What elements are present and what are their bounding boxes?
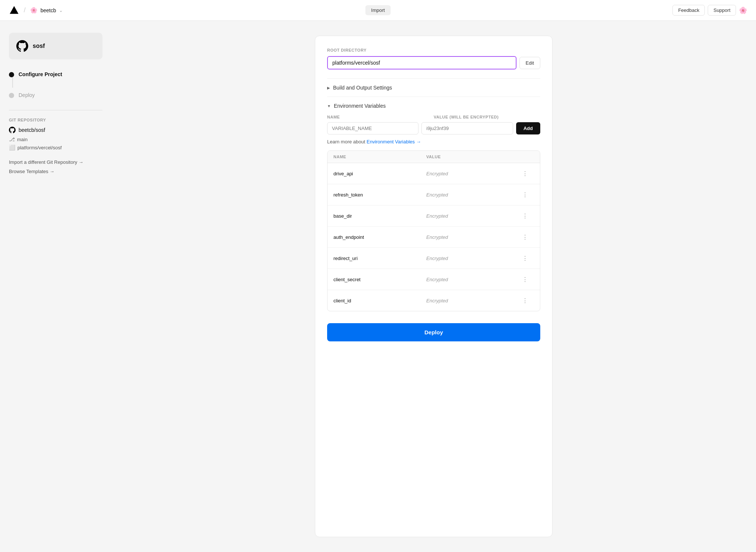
env-table-header: NAME VALUE bbox=[328, 151, 540, 163]
git-section-title: GIT REPOSITORY bbox=[9, 118, 102, 122]
env-input-headers: NAME VALUE (WILL BE ENCRYPTED) bbox=[327, 115, 540, 119]
vercel-logo-icon[interactable] bbox=[9, 5, 19, 16]
git-dir-label: platforms/vercel/sosf bbox=[17, 145, 62, 150]
project-card-name: sosf bbox=[33, 43, 45, 49]
project-card: sosf bbox=[9, 33, 102, 59]
env-value-input[interactable] bbox=[421, 122, 513, 134]
step-dot-deploy bbox=[9, 93, 14, 98]
nav-divider: / bbox=[24, 6, 26, 14]
git-repo-label: beetcb/sosf bbox=[19, 127, 45, 133]
env-name-input[interactable] bbox=[327, 122, 418, 134]
build-settings-header[interactable]: ▶ Build and Output Settings bbox=[327, 85, 540, 91]
learn-more-text: Learn more about Environment Variables → bbox=[327, 139, 540, 145]
env-vars-link[interactable]: Environment Variables → bbox=[366, 139, 421, 145]
collapse-icon: ▼ bbox=[327, 104, 331, 108]
main-layout: sosf Configure Project Deploy GIT REPOSI… bbox=[0, 21, 756, 552]
env-var-value: Encrypted bbox=[426, 298, 519, 303]
browse-templates-link[interactable]: Browse Templates → bbox=[9, 169, 102, 174]
git-dir: ⬜ platforms/vercel/sosf bbox=[9, 145, 102, 150]
env-var-name: client_id bbox=[333, 298, 426, 303]
env-vars-header[interactable]: ▼ Environment Variables bbox=[327, 103, 540, 109]
env-table-body: drive_api Encrypted ⋮ refresh_token Encr… bbox=[328, 163, 540, 311]
env-row-menu-button[interactable]: ⋮ bbox=[519, 252, 531, 264]
git-branch-label: main bbox=[17, 137, 27, 142]
edit-button[interactable]: Edit bbox=[519, 57, 540, 69]
env-vars-section: ▼ Environment Variables NAME VALUE (WILL… bbox=[327, 97, 540, 311]
env-var-value: Encrypted bbox=[426, 213, 519, 219]
config-panel: ROOT DIRECTORY Edit ▶ Build and Output S… bbox=[315, 36, 553, 537]
env-var-name: base_dir bbox=[333, 213, 426, 219]
deploy-button[interactable]: Deploy bbox=[327, 323, 540, 341]
table-row: client_secret Encrypted ⋮ bbox=[328, 269, 540, 290]
table-row: auth_endpoint Encrypted ⋮ bbox=[328, 227, 540, 248]
env-var-value: Encrypted bbox=[426, 277, 519, 282]
env-name-col-header: NAME bbox=[327, 115, 431, 119]
branch-icon: ⎇ bbox=[9, 136, 15, 142]
env-var-name: redirect_uri bbox=[333, 256, 426, 261]
env-var-name: auth_endpoint bbox=[333, 234, 426, 240]
env-value-col-header: VALUE (WILL BE ENCRYPTED) bbox=[434, 115, 537, 119]
chevron-down-icon[interactable]: ⌄ bbox=[59, 8, 63, 13]
git-section: GIT REPOSITORY beetcb/sosf ⎇ main ⬜ plat… bbox=[9, 118, 102, 150]
nav-center: Import bbox=[255, 5, 501, 15]
git-branch: ⎇ main bbox=[9, 136, 102, 142]
table-row: redirect_uri Encrypted ⋮ bbox=[328, 248, 540, 269]
beet-icon: 🌸 bbox=[30, 7, 38, 14]
table-row: refresh_token Encrypted ⋮ bbox=[328, 184, 540, 205]
env-row-menu-button[interactable]: ⋮ bbox=[519, 295, 531, 306]
build-settings-label: Build and Output Settings bbox=[333, 85, 392, 91]
env-var-name: client_secret bbox=[333, 277, 426, 282]
project-name[interactable]: beetcb bbox=[40, 7, 56, 13]
sidebar-links: Import a different Git Repository → Brow… bbox=[9, 159, 102, 174]
github-repo-icon bbox=[9, 127, 16, 133]
build-settings-section: ▶ Build and Output Settings bbox=[327, 78, 540, 97]
env-input-row: Add bbox=[327, 122, 540, 134]
top-navigation: / 🌸 beetcb ⌄ Import Feedback Support 🌸 bbox=[0, 0, 756, 21]
step-deploy: Deploy bbox=[9, 92, 102, 98]
add-env-button[interactable]: Add bbox=[516, 122, 540, 134]
expand-icon: ▶ bbox=[327, 86, 330, 90]
env-var-value: Encrypted bbox=[426, 192, 519, 198]
env-row-menu-button[interactable]: ⋮ bbox=[519, 189, 531, 201]
step-connector bbox=[12, 77, 13, 88]
feedback-button[interactable]: Feedback bbox=[672, 5, 705, 16]
env-var-name: refresh_token bbox=[333, 192, 426, 198]
step-label-configure: Configure Project bbox=[19, 71, 62, 77]
step-dot-configure bbox=[9, 72, 14, 77]
root-dir-label: ROOT DIRECTORY bbox=[327, 48, 540, 52]
beet-icon-right: 🌸 bbox=[739, 6, 747, 14]
import-different-repo-link[interactable]: Import a different Git Repository → bbox=[9, 159, 102, 165]
table-value-col-header: VALUE bbox=[426, 155, 519, 159]
table-name-col-header: NAME bbox=[333, 155, 426, 159]
env-row-menu-button[interactable]: ⋮ bbox=[519, 168, 531, 179]
sidebar: sosf Configure Project Deploy GIT REPOSI… bbox=[0, 21, 111, 552]
table-row: client_id Encrypted ⋮ bbox=[328, 290, 540, 311]
nav-tab-import[interactable]: Import bbox=[365, 5, 391, 15]
nav-left: / 🌸 beetcb ⌄ bbox=[9, 5, 255, 16]
env-var-value: Encrypted bbox=[426, 256, 519, 261]
env-vars-label: Environment Variables bbox=[334, 103, 386, 109]
env-var-name: drive_api bbox=[333, 171, 426, 176]
folder-icon: ⬜ bbox=[9, 145, 15, 150]
content-area: ROOT DIRECTORY Edit ▶ Build and Output S… bbox=[111, 21, 756, 552]
env-row-menu-button[interactable]: ⋮ bbox=[519, 273, 531, 285]
git-repo-name: beetcb/sosf bbox=[9, 127, 102, 133]
env-var-value: Encrypted bbox=[426, 234, 519, 240]
table-row: drive_api Encrypted ⋮ bbox=[328, 163, 540, 184]
step-configure: Configure Project bbox=[9, 71, 102, 89]
svg-marker-0 bbox=[10, 6, 18, 14]
root-dir-row: Edit bbox=[327, 56, 540, 69]
env-row-menu-button[interactable]: ⋮ bbox=[519, 210, 531, 222]
nav-right: Feedback Support 🌸 bbox=[501, 5, 747, 16]
table-row: base_dir Encrypted ⋮ bbox=[328, 205, 540, 227]
step-label-deploy: Deploy bbox=[19, 92, 35, 98]
root-dir-input[interactable] bbox=[327, 56, 517, 69]
env-var-value: Encrypted bbox=[426, 171, 519, 176]
steps-section: Configure Project Deploy bbox=[9, 71, 102, 98]
github-icon bbox=[16, 40, 28, 52]
support-button[interactable]: Support bbox=[708, 5, 736, 16]
env-row-menu-button[interactable]: ⋮ bbox=[519, 231, 531, 243]
env-vars-table: NAME VALUE drive_api Encrypted ⋮ refresh… bbox=[327, 150, 540, 311]
